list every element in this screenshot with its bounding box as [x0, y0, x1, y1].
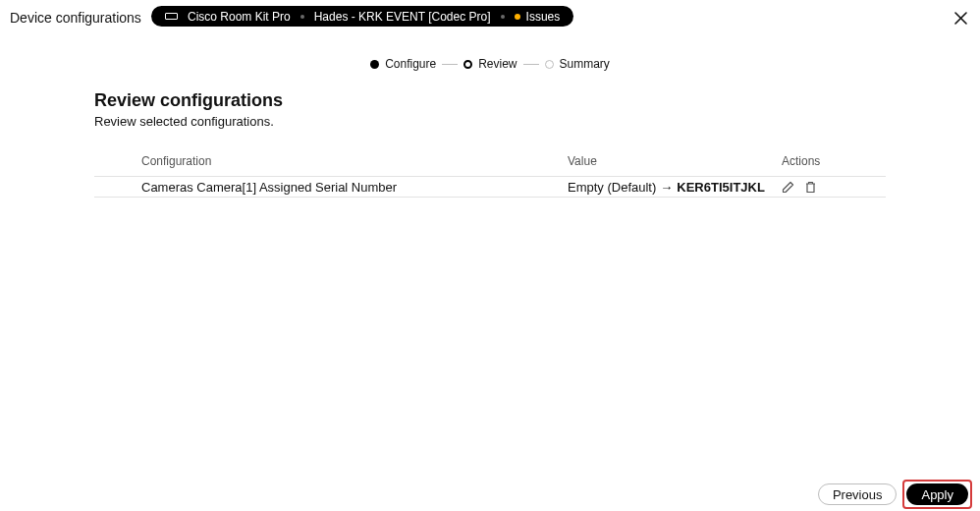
section-subtitle: Review selected configurations.: [94, 114, 886, 129]
column-header-actions: Actions: [782, 154, 839, 168]
step-label: Summary: [560, 57, 610, 71]
separator-dot: [501, 15, 505, 19]
step-indicator-done: [370, 60, 379, 69]
table-row: Cameras Camera[1] Assigned Serial Number…: [94, 176, 886, 198]
config-name: Cameras Camera[1] Assigned Serial Number: [141, 180, 568, 195]
device-icon: [165, 13, 178, 20]
footer: Previous Apply: [0, 478, 980, 511]
device-name: Cisco Room Kit Pro: [188, 10, 291, 24]
stepper: Configure Review Summary: [0, 35, 980, 90]
step-label: Configure: [385, 57, 436, 71]
close-icon: [954, 12, 967, 25]
trash-icon: [805, 181, 816, 194]
issues-status-dot: [515, 14, 520, 20]
step-label: Review: [478, 57, 517, 71]
new-value: KER6TI5ITJKL: [677, 180, 765, 195]
step-connector: [442, 64, 458, 65]
step-connector: [523, 64, 539, 65]
step-indicator-current: [463, 60, 472, 69]
column-header-value: Value: [568, 154, 782, 168]
step-configure[interactable]: Configure: [370, 57, 436, 71]
config-value: Empty (Default) → KER6TI5ITJKL: [568, 180, 782, 195]
issues-label: Issues: [526, 10, 561, 24]
apply-button[interactable]: Apply: [906, 483, 968, 505]
arrow-icon: →: [660, 180, 673, 195]
step-indicator-upcoming: [545, 60, 554, 69]
old-value: Empty (Default): [568, 180, 656, 195]
step-summary[interactable]: Summary: [545, 57, 610, 71]
previous-button[interactable]: Previous: [818, 483, 898, 505]
page-title: Device configurations: [10, 10, 141, 26]
device-context-pill: Cisco Room Kit Pro Hades - KRK EVENT [Co…: [151, 6, 573, 27]
separator-dot: [300, 15, 304, 19]
apply-highlight: Apply: [902, 480, 972, 509]
edit-button[interactable]: [782, 181, 794, 194]
section-title: Review configurations: [94, 90, 886, 111]
configurations-table: Configuration Value Actions Cameras Came…: [94, 154, 886, 198]
edit-icon: [782, 181, 794, 194]
delete-button[interactable]: [804, 181, 817, 194]
column-header-configuration: Configuration: [141, 154, 568, 168]
device-location: Hades - KRK EVENT [Codec Pro]: [314, 10, 491, 24]
close-button[interactable]: [951, 8, 970, 28]
step-review[interactable]: Review: [463, 57, 517, 71]
